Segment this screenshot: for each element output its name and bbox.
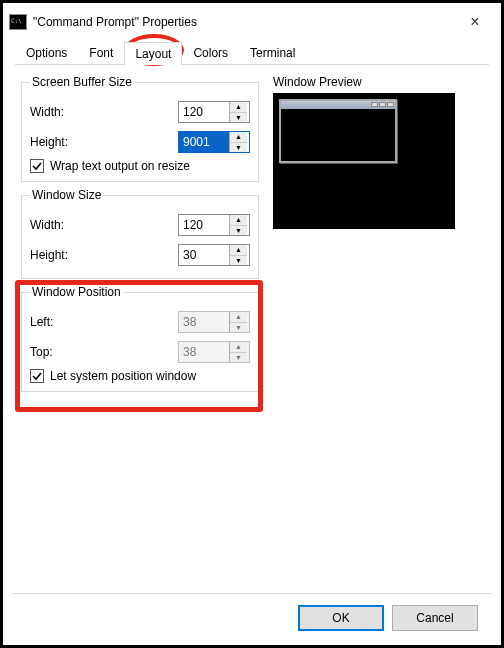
spinner-window-height[interactable]: ▲ ▼ (178, 244, 250, 266)
titlebar: "Command Prompt" Properties × (7, 7, 497, 37)
properties-dialog: "Command Prompt" Properties × Options Fo… (7, 7, 497, 641)
chevron-up-icon[interactable]: ▲ (230, 245, 247, 256)
tab-options[interactable]: Options (15, 41, 78, 64)
checkbox-let-system[interactable] (30, 369, 44, 383)
checkbox-wrap-text[interactable] (30, 159, 44, 173)
label-window-preview: Window Preview (273, 75, 483, 89)
label-wrap-text: Wrap text output on resize (50, 159, 190, 173)
label-buffer-width: Width: (30, 105, 178, 119)
chevron-up-icon[interactable]: ▲ (230, 102, 247, 113)
group-window-size: Window Size Width: ▲ ▼ Height: (21, 188, 259, 279)
label-position-top: Top: (30, 345, 178, 359)
tab-layout[interactable]: Layout (124, 42, 182, 65)
legend-screen-buffer: Screen Buffer Size (30, 75, 134, 89)
chevron-down-icon[interactable]: ▼ (230, 226, 247, 236)
label-window-width: Width: (30, 218, 178, 232)
chevron-down-icon[interactable]: ▼ (230, 113, 247, 123)
chevron-up-icon[interactable]: ▲ (230, 215, 247, 226)
legend-window-size: Window Size (30, 188, 103, 202)
input-window-width[interactable] (179, 215, 229, 235)
ok-button[interactable]: OK (298, 605, 384, 631)
group-screen-buffer: Screen Buffer Size Width: ▲ ▼ Height: (21, 75, 259, 182)
window-preview (273, 93, 455, 229)
spinner-position-left: ▲ ▼ (178, 311, 250, 333)
button-bar: OK Cancel (12, 593, 492, 641)
close-button[interactable]: × (455, 13, 495, 31)
input-position-top (179, 342, 229, 362)
cancel-button[interactable]: Cancel (392, 605, 478, 631)
chevron-down-icon[interactable]: ▼ (230, 143, 247, 153)
window-title: "Command Prompt" Properties (33, 15, 455, 29)
label-position-left: Left: (30, 315, 178, 329)
tab-strip: Options Font Layout Colors Terminal (7, 37, 497, 64)
chevron-up-icon: ▲ (230, 342, 247, 353)
input-buffer-height[interactable] (179, 132, 229, 152)
chevron-down-icon[interactable]: ▼ (230, 256, 247, 266)
tab-font[interactable]: Font (78, 41, 124, 64)
chevron-up-icon: ▲ (230, 312, 247, 323)
label-buffer-height: Height: (30, 135, 178, 149)
legend-window-position: Window Position (30, 285, 123, 299)
group-window-position: Window Position Left: ▲ ▼ Top: (21, 285, 259, 392)
label-let-system: Let system position window (50, 369, 196, 383)
spinner-window-width[interactable]: ▲ ▼ (178, 214, 250, 236)
input-position-left (179, 312, 229, 332)
label-window-height: Height: (30, 248, 178, 262)
preview-mini-window (279, 99, 397, 163)
tab-terminal[interactable]: Terminal (239, 41, 306, 64)
tab-colors[interactable]: Colors (182, 41, 239, 64)
chevron-up-icon[interactable]: ▲ (230, 132, 247, 143)
chevron-down-icon: ▼ (230, 323, 247, 333)
input-window-height[interactable] (179, 245, 229, 265)
spinner-buffer-height[interactable]: ▲ ▼ (178, 131, 250, 153)
app-icon (9, 14, 27, 30)
chevron-down-icon: ▼ (230, 353, 247, 363)
spinner-buffer-width[interactable]: ▲ ▼ (178, 101, 250, 123)
input-buffer-width[interactable] (179, 102, 229, 122)
spinner-position-top: ▲ ▼ (178, 341, 250, 363)
